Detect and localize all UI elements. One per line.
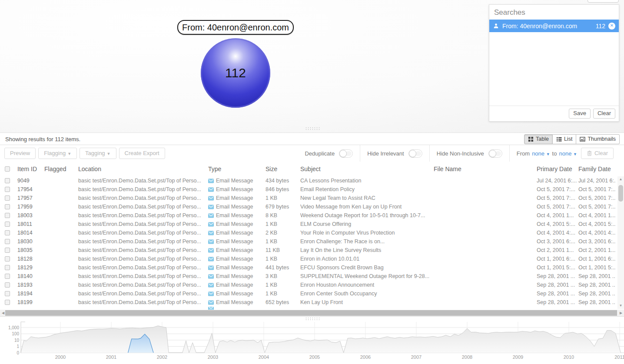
table-row[interactable]: 18128basic test/Enron.Demo.Data.Set.pst/… <box>0 255 624 263</box>
email-icon <box>208 187 214 192</box>
svg-text:2010: 2010 <box>564 354 574 360</box>
row-checkbox[interactable] <box>5 300 10 305</box>
cell-location: basic test/Enron.Demo.Data.Set.pst/Top o… <box>78 282 208 288</box>
cell-family-date: Oct 5, 2001 7:... <box>578 204 615 210</box>
column-header-primary-date[interactable]: Primary Date <box>537 165 578 172</box>
row-checkbox[interactable] <box>5 204 10 209</box>
cell-primary-date: Sep 28, 2001 ... <box>537 273 578 279</box>
visualization-canvas[interactable]: From: 40enron@enron.com 112 Searches Fro… <box>0 0 624 133</box>
row-checkbox[interactable] <box>5 195 10 201</box>
table-row[interactable]: 17954basic test/Enron.Demo.Data.Set.pst/… <box>0 185 624 194</box>
row-checkbox[interactable] <box>5 282 10 288</box>
table-row[interactable]: 18193basic test/Enron.Demo.Data.Set.pst/… <box>0 281 624 289</box>
cell-primary-date: Oct 5, 2001 7:... <box>537 186 578 192</box>
cell-location: basic test/Enron.Demo.Data.Set.pst/Top o… <box>78 204 208 210</box>
column-header-subject[interactable]: Subject <box>300 165 434 172</box>
scroll-up-icon[interactable]: ▲ <box>617 176 624 182</box>
splitter-grip-icon[interactable] <box>305 127 321 130</box>
table-row[interactable]: 18035basic test/Enron.Demo.Data.Set.pst/… <box>0 246 624 255</box>
table-row-partial <box>0 307 624 310</box>
save-search-button[interactable]: Save <box>569 109 591 119</box>
column-header-family-date[interactable]: Family Date <box>578 165 615 172</box>
cell-primary-date: Oct 5, 2001 7:... <box>537 195 578 201</box>
table-row[interactable]: 9049basic test/Enron.Demo.Data.Set.pst/T… <box>0 176 624 185</box>
table-row[interactable]: 17957basic test/Enron.Demo.Data.Set.pst/… <box>0 194 624 202</box>
range-from-dropdown[interactable]: none ▼ <box>532 150 550 157</box>
row-checkbox[interactable] <box>5 265 10 270</box>
cell-location: basic test/Enron.Demo.Data.Set.pst/Top o… <box>78 195 208 201</box>
scroll-right-icon[interactable]: ▶ <box>618 310 624 316</box>
results-table: Item ID Flagged Location Type Size Subje… <box>0 162 624 309</box>
table-row[interactable]: 18011basic test/Enron.Demo.Data.Set.pst/… <box>0 220 624 228</box>
table-row[interactable]: 18194basic test/Enron.Demo.Data.Set.pst/… <box>0 289 624 298</box>
cell-item-id: 18011 <box>17 221 44 227</box>
column-header-item-id[interactable]: Item ID <box>17 165 44 172</box>
email-icon <box>208 291 214 297</box>
table-row[interactable]: 18030basic test/Enron.Demo.Data.Set.pst/… <box>0 237 624 246</box>
searches-panel-footer: Save Clear <box>489 106 619 121</box>
vertical-scroll-thumb[interactable] <box>618 185 623 202</box>
cell-family-date: Oct 4, 2001 1... <box>578 212 615 218</box>
search-bubble[interactable]: 112 <box>201 38 270 108</box>
hide-irrelevant-group: Hide Irrelevant <box>360 145 429 162</box>
table-row[interactable]: 18199basic test/Enron.Demo.Data.Set.pst/… <box>0 298 624 307</box>
column-header-type[interactable]: Type <box>208 165 266 172</box>
table-row[interactable]: 18140basic test/Enron.Demo.Data.Set.pst/… <box>0 272 624 281</box>
cell-item-id: 18128 <box>17 256 44 262</box>
deduplicate-toggle[interactable] <box>339 149 353 158</box>
view-list-button[interactable]: List <box>553 134 576 144</box>
column-header-file-name[interactable]: File Name <box>434 165 537 172</box>
select-all-checkbox[interactable] <box>5 166 10 172</box>
row-checkbox[interactable] <box>5 213 10 218</box>
cell-subject: Enron Challenge: The Race is on... <box>300 238 434 245</box>
cell-type: Email Message <box>208 265 266 271</box>
email-icon <box>208 230 214 236</box>
table-row[interactable]: 18003basic test/Enron.Demo.Data.Set.pst/… <box>0 211 624 220</box>
column-header-flagged[interactable]: Flagged <box>44 165 78 172</box>
row-checkbox[interactable] <box>5 239 10 244</box>
svg-text:2004: 2004 <box>259 354 269 360</box>
timeline-svg: 01101001,0002000200120022003200420052006… <box>0 317 624 364</box>
vertical-scrollbar[interactable]: ▲ ▼ <box>617 176 624 309</box>
cell-family-date: Sep 28, 2001 ... <box>578 299 615 305</box>
row-checkbox[interactable] <box>5 274 10 279</box>
row-checkbox[interactable] <box>5 248 10 253</box>
clear-range-button[interactable]: Clear <box>581 148 614 159</box>
cell-item-id: 18129 <box>17 265 44 271</box>
splitter-grip-icon[interactable] <box>305 317 321 321</box>
preview-button[interactable]: Preview <box>4 148 36 159</box>
caret-down-icon: ▼ <box>573 152 577 156</box>
remove-search-icon[interactable] <box>608 23 615 30</box>
horizontal-scrollbar[interactable]: ◀ ▶ <box>0 310 624 316</box>
clear-searches-button[interactable]: Clear <box>593 109 615 119</box>
range-to-dropdown[interactable]: none ▼ <box>559 150 577 157</box>
table-row[interactable]: 17959basic test/Enron.Demo.Data.Set.pst/… <box>0 202 624 211</box>
horizontal-scroll-thumb[interactable] <box>5 310 617 316</box>
create-export-button[interactable]: Create Export <box>119 148 165 159</box>
to-label: to <box>552 150 557 157</box>
flagging-dropdown[interactable]: Flagging▼ <box>38 148 77 159</box>
view-table-button[interactable]: Table <box>524 134 553 144</box>
row-checkbox[interactable] <box>5 187 10 192</box>
email-icon <box>208 213 214 218</box>
table-row[interactable]: 18014basic test/Enron.Demo.Data.Set.pst/… <box>0 228 624 237</box>
cell-location: basic test/Enron.Demo.Data.Set.pst/Top o… <box>78 256 208 262</box>
row-checkbox[interactable] <box>5 178 10 183</box>
tagging-dropdown[interactable]: Tagging▼ <box>80 148 116 159</box>
cell-primary-date: Oct 4, 2001 5:... <box>537 221 578 227</box>
scroll-down-icon[interactable]: ▼ <box>617 303 624 309</box>
row-checkbox[interactable] <box>5 230 10 235</box>
cell-family-date: Jul 24, 2001 6:... <box>578 178 615 184</box>
column-header-size[interactable]: Size <box>266 165 300 172</box>
hide-irrelevant-toggle[interactable] <box>408 149 422 158</box>
table-row[interactable]: 18129basic test/Enron.Demo.Data.Set.pst/… <box>0 263 624 272</box>
search-item[interactable]: From: 40enron@enron.com 112 <box>489 20 619 32</box>
row-checkbox[interactable] <box>5 256 10 261</box>
timeline-chart[interactable]: 01101001,0002000200120022003200420052006… <box>0 316 624 364</box>
row-checkbox[interactable] <box>5 222 10 227</box>
hide-non-inclusive-toggle[interactable] <box>488 149 502 158</box>
view-thumbnails-button[interactable]: Thumbnails <box>576 134 620 144</box>
column-header-location[interactable]: Location <box>78 165 208 172</box>
row-checkbox[interactable] <box>5 291 10 296</box>
svg-text:2011: 2011 <box>614 354 624 360</box>
